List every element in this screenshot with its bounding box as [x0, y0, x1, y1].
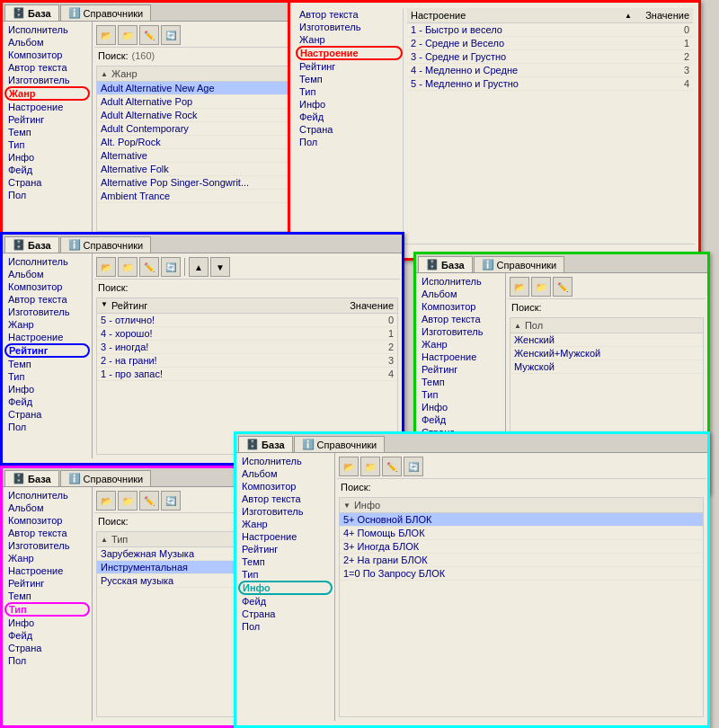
ml-gender[interactable]: Пол	[4, 421, 90, 433]
tab-reference-1[interactable]: ℹ️ Справочники	[60, 4, 152, 21]
tr-genre[interactable]: Жанр	[296, 33, 403, 46]
bl-manufacturer[interactable]: Изготовитель	[4, 539, 90, 552]
br-gender[interactable]: Пол	[238, 620, 333, 633]
folder-btn-br[interactable]: 📁	[360, 457, 380, 476]
folder-btn-mid[interactable]: 📁	[118, 257, 138, 277]
tab-ref-br[interactable]: ℹ️ Справочники	[294, 436, 386, 452]
item-country-1[interactable]: Страна	[4, 176, 90, 189]
bl-country[interactable]: Страна	[4, 642, 90, 654]
ml-performer[interactable]: Исполнитель	[4, 255, 90, 268]
list-row-genre-7[interactable]: Alternative Folk	[97, 163, 289, 176]
br-mood[interactable]: Настроение	[238, 530, 333, 543]
bl-performer[interactable]: Исполнитель	[4, 489, 90, 502]
mood-row-2[interactable]: 2 - Средне и Весело 1	[407, 37, 693, 50]
tr-rating[interactable]: Рейтинг	[296, 60, 403, 73]
item-fade-1[interactable]: Фейд	[4, 164, 90, 176]
item-performer-1[interactable]: Исполнитель	[4, 23, 90, 36]
refresh-btn-1[interactable]: 🔄	[161, 25, 181, 45]
list-area-top-left[interactable]: ▲ Жанр Adult Alternative New Age Adult A…	[96, 66, 290, 232]
mr-rating[interactable]: Рейтинг	[418, 363, 503, 376]
mood-row-5[interactable]: 5 - Медленно и Грустно 4	[407, 77, 693, 91]
item-album-1[interactable]: Альбом	[4, 36, 90, 49]
ml-lyricist[interactable]: Автор текста	[4, 293, 90, 306]
folder-btn-mr[interactable]: 📁	[531, 277, 551, 297]
open-btn-mr[interactable]: 📂	[510, 277, 529, 297]
refresh-btn-mid[interactable]: 🔄	[161, 257, 181, 277]
mr-type[interactable]: Тип	[418, 388, 503, 401]
bl-gender[interactable]: Пол	[4, 654, 90, 667]
ml-rating[interactable]: Рейтинг	[4, 343, 90, 358]
item-composer-1[interactable]: Композитор	[4, 49, 90, 61]
tab-ref-bl[interactable]: ℹ️ Справочники	[60, 470, 152, 486]
tr-mood[interactable]: Настроение	[296, 46, 403, 60]
type-row-1[interactable]: Зарубежная Музыка	[97, 547, 253, 561]
up-btn-mid[interactable]: ▲	[189, 257, 209, 277]
mr-manufacturer[interactable]: Изготовитель	[418, 325, 503, 338]
tab-base-1[interactable]: 🗄️ База	[4, 4, 59, 21]
item-genre-1[interactable]: Жанр	[4, 86, 90, 101]
edit-btn-bl[interactable]: ✏️	[139, 491, 159, 510]
info-row-3[interactable]: 3+ Иногда БЛОК	[340, 540, 703, 554]
item-lyricist-1[interactable]: Автор текста	[4, 61, 90, 74]
list-row-genre-3[interactable]: Adult Alternative Rock	[97, 109, 289, 122]
mr-info[interactable]: Инфо	[418, 401, 503, 413]
tr-fade[interactable]: Фейд	[296, 111, 403, 123]
edit-btn-br[interactable]: ✏️	[382, 457, 402, 476]
br-tempo[interactable]: Темп	[238, 555, 333, 568]
br-album[interactable]: Альбом	[238, 467, 333, 480]
edit-btn-mid[interactable]: ✏️	[139, 257, 159, 277]
mood-row-4[interactable]: 4 - Медленно и Средне 3	[407, 64, 693, 77]
open-btn-mid[interactable]: 📂	[96, 257, 116, 277]
open-btn-1[interactable]: 📂	[96, 25, 116, 45]
open-btn-bl[interactable]: 📂	[96, 491, 116, 510]
open-btn-br[interactable]: 📂	[339, 457, 359, 476]
folder-btn-bl[interactable]: 📁	[118, 491, 138, 510]
refresh-btn-br[interactable]: 🔄	[404, 457, 423, 476]
br-rating[interactable]: Рейтинг	[238, 543, 333, 555]
br-fade[interactable]: Фейд	[238, 595, 333, 608]
bl-composer[interactable]: Композитор	[4, 514, 90, 527]
refresh-btn-bl[interactable]: 🔄	[161, 491, 181, 510]
br-composer[interactable]: Композитор	[238, 480, 333, 493]
tab-base-bl[interactable]: 🗄️ База	[4, 470, 59, 486]
item-manufacturer-1[interactable]: Изготовитель	[4, 74, 90, 86]
tr-country[interactable]: Страна	[296, 123, 403, 136]
type-row-3[interactable]: Русская музыка	[97, 574, 253, 588]
list-area-bl[interactable]: ▲ Тип Зарубежная Музыка Инструментальная…	[96, 531, 254, 717]
mr-lyricist[interactable]: Автор текста	[418, 313, 503, 325]
bl-tempo[interactable]: Темп	[4, 590, 90, 602]
rating-row-2[interactable]: 4 - хорошо! 1	[97, 327, 397, 341]
info-row-5[interactable]: 1=0 По Запросу БЛОК	[340, 567, 703, 581]
ml-manufacturer[interactable]: Изготовитель	[4, 306, 90, 318]
ml-country[interactable]: Страна	[4, 408, 90, 421]
tab-base-mr[interactable]: 🗄️ База	[418, 256, 473, 272]
tr-info[interactable]: Инфо	[296, 98, 403, 111]
list-row-genre-1[interactable]: Adult Alternative New Age	[97, 82, 289, 95]
list-row-genre-2[interactable]: Adult Alternative Pop	[97, 95, 289, 109]
tr-lyricist[interactable]: Автор текста	[296, 8, 403, 21]
info-row-4[interactable]: 2+ На грани БЛОК	[340, 554, 703, 567]
bl-rating[interactable]: Рейтинг	[4, 577, 90, 590]
item-rating-1[interactable]: Рейтинг	[4, 113, 90, 126]
item-info-1[interactable]: Инфо	[4, 151, 90, 164]
mood-row-3[interactable]: 3 - Средне и Грустно 2	[407, 50, 693, 64]
list-row-genre-8[interactable]: Alternative Pop Singer-Songwrit...	[97, 176, 289, 190]
gender-row-1[interactable]: Женский	[510, 333, 703, 347]
item-mood-1[interactable]: Настроение	[4, 101, 90, 113]
ml-tempo[interactable]: Темп	[4, 358, 90, 370]
list-row-genre-4[interactable]: Adult Contemporary	[97, 122, 289, 136]
mr-mood[interactable]: Настроение	[418, 351, 503, 363]
br-type[interactable]: Тип	[238, 568, 333, 581]
br-genre[interactable]: Жанр	[238, 518, 333, 530]
tr-gender[interactable]: Пол	[296, 136, 403, 148]
item-tempo-1[interactable]: Темп	[4, 126, 90, 138]
tab-base-mid[interactable]: 🗄️ База	[4, 236, 59, 253]
edit-btn-1[interactable]: ✏️	[139, 25, 159, 45]
mood-list[interactable]: 1 - Быстро и весело 0 2 - Средне и Весел…	[407, 23, 693, 242]
list-area-br[interactable]: ▼ Инфо 5+ Основной БЛОК 4+ Помощь БЛОК 3…	[339, 497, 704, 717]
list-row-genre-5[interactable]: Alt. Pop/Rock	[97, 136, 289, 149]
list-row-genre-9[interactable]: Ambient Trance	[97, 190, 289, 203]
bl-lyricist[interactable]: Автор текста	[4, 527, 90, 539]
mood-row-1[interactable]: 1 - Быстро и весело 0	[407, 23, 693, 37]
tr-manufacturer[interactable]: Изготовитель	[296, 21, 403, 33]
